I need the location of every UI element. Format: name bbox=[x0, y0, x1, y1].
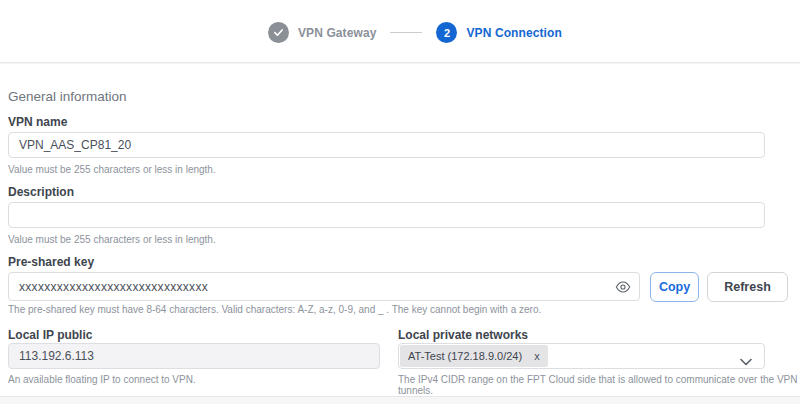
step-vpn-gateway[interactable]: VPN Gateway bbox=[268, 22, 376, 43]
step-vpn-connection[interactable]: 2 VPN Connection bbox=[436, 22, 561, 43]
step-vpn-connection-label: VPN Connection bbox=[466, 26, 561, 40]
local-ip-public-label: Local IP public bbox=[8, 328, 92, 342]
vpn-name-label: VPN name bbox=[8, 115, 67, 129]
step-number-badge: 2 bbox=[436, 22, 457, 43]
pre-shared-key-label: Pre-shared key bbox=[8, 255, 94, 269]
description-input[interactable] bbox=[8, 202, 765, 228]
vpn-name-helper: Value must be 255 characters or less in … bbox=[8, 164, 216, 175]
local-private-networks-helper: The IPv4 CIDR range on the FPT Cloud sid… bbox=[398, 374, 800, 396]
step-vpn-gateway-label: VPN Gateway bbox=[298, 26, 376, 40]
header-divider bbox=[0, 62, 800, 63]
stepper-connector-line bbox=[390, 32, 422, 33]
local-private-networks-label: Local private networks bbox=[398, 328, 528, 342]
wizard-stepper: VPN Gateway 2 VPN Connection bbox=[268, 22, 562, 43]
description-label: Description bbox=[8, 185, 74, 199]
network-chip-label: AT-Test (172.18.9.0/24) bbox=[408, 350, 522, 362]
local-private-networks-select[interactable]: AT-Test (172.18.9.0/24) x bbox=[398, 343, 765, 369]
pre-shared-key-field bbox=[8, 272, 640, 301]
chevron-down-icon bbox=[740, 352, 752, 370]
section-title: General information bbox=[8, 89, 127, 104]
pre-shared-key-helper: The pre-shared key must have 8-64 charac… bbox=[8, 304, 541, 315]
vpn-name-input[interactable] bbox=[8, 132, 765, 158]
vpn-connection-form-page: VPN Gateway 2 VPN Connection General inf… bbox=[0, 0, 800, 404]
local-ip-public-input[interactable] bbox=[8, 343, 380, 369]
pre-shared-key-input[interactable] bbox=[8, 272, 640, 301]
footer-divider bbox=[0, 396, 800, 404]
chip-remove-icon[interactable]: x bbox=[534, 350, 540, 362]
local-ip-public-helper: An available floating IP to connect to V… bbox=[8, 374, 196, 385]
description-helper: Value must be 255 characters or less in … bbox=[8, 234, 216, 245]
eye-icon[interactable] bbox=[614, 278, 632, 296]
network-chip: AT-Test (172.18.9.0/24) x bbox=[400, 345, 548, 367]
refresh-button[interactable]: Refresh bbox=[707, 272, 788, 302]
check-icon bbox=[268, 22, 289, 43]
copy-button[interactable]: Copy bbox=[650, 272, 699, 302]
